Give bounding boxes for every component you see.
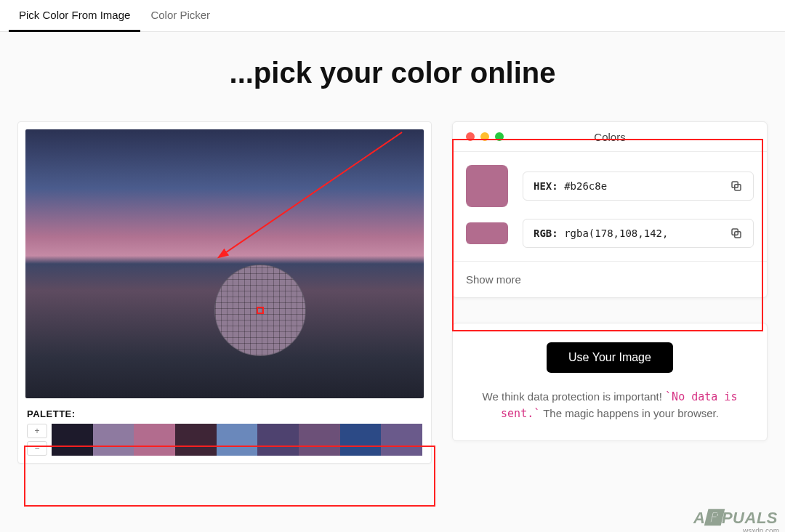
hex-value: #b26c8e	[564, 180, 607, 192]
attribution-text: wsxdn.com	[743, 527, 779, 532]
copy-icon[interactable]	[730, 227, 743, 240]
palette-swatch[interactable]	[381, 424, 422, 456]
palette-section: PALETTE: + −	[25, 406, 424, 456]
palette-swatch[interactable]	[134, 424, 175, 456]
top-tabs: Pick Color From Image Color Picker	[0, 0, 785, 32]
palette-swatch[interactable]	[340, 424, 382, 456]
annotation-arrow	[25, 129, 424, 398]
palette-add-button[interactable]: +	[27, 424, 47, 438]
watermark-logo: A🅿PUALS	[693, 509, 778, 528]
page-title: ...pick your color online	[0, 57, 785, 89]
hex-label: HEX:	[534, 180, 558, 192]
colors-panel: Colors HEX: #b26c8e	[452, 121, 768, 298]
cta-description: We think data protection is important! `…	[470, 389, 749, 422]
palette-swatch[interactable]	[217, 424, 258, 456]
palette-swatch[interactable]	[93, 424, 134, 456]
use-your-image-button[interactable]: Use Your Image	[547, 342, 673, 373]
palette-swatches	[52, 424, 422, 456]
palette-swatch[interactable]	[52, 424, 93, 456]
palette-swatch[interactable]	[257, 424, 299, 456]
svg-line-0	[220, 132, 402, 257]
loupe-target-icon	[257, 307, 264, 314]
rgb-value-box: RGB: rgba(178,108,142,	[523, 219, 754, 248]
palette-label: PALETTE:	[27, 408, 422, 419]
hex-value-box: HEX: #b26c8e	[523, 172, 754, 201]
tab-pick-from-image[interactable]: Pick Color From Image	[9, 0, 140, 32]
magnifier-loupe[interactable]	[214, 265, 306, 356]
show-more-button[interactable]: Show more	[453, 261, 767, 297]
rgb-value: rgba(178,108,142,	[564, 227, 668, 239]
colors-panel-title: Colors	[453, 131, 767, 143]
rgb-label: RGB:	[534, 227, 558, 239]
picked-color-swatch	[466, 165, 508, 207]
cta-card: Use Your Image We think data protection …	[452, 323, 768, 441]
tab-color-picker[interactable]: Color Picker	[140, 0, 220, 32]
source-image[interactable]	[25, 129, 424, 398]
palette-remove-button[interactable]: −	[27, 441, 47, 456]
copy-icon[interactable]	[730, 180, 743, 193]
palette-swatch[interactable]	[299, 424, 340, 456]
image-picker-card: PALETTE: + −	[17, 121, 432, 464]
palette-swatch[interactable]	[175, 424, 217, 456]
picked-color-swatch-small	[466, 222, 508, 244]
